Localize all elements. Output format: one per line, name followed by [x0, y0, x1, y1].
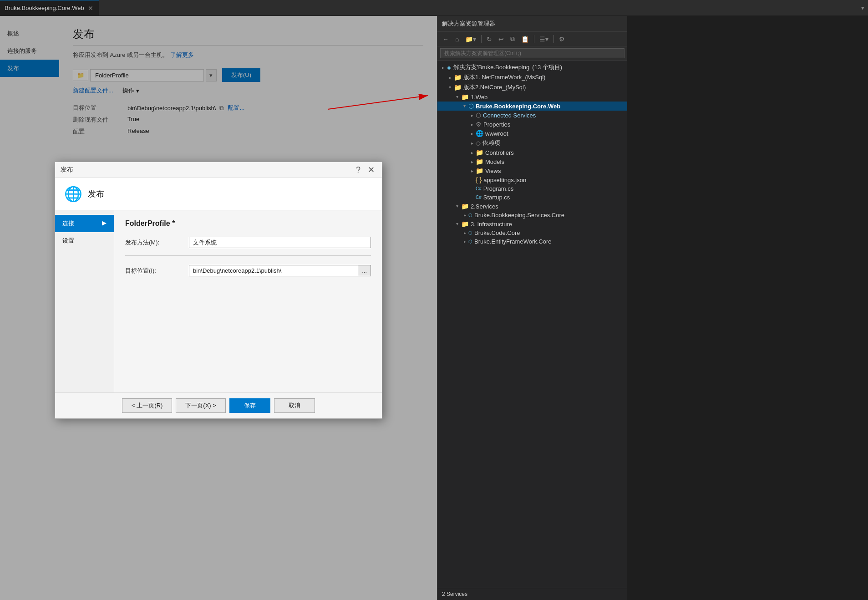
dialog-help-button[interactable]: ?: [354, 166, 362, 174]
www-icon: 🌐: [476, 130, 483, 137]
svc-arrow: ▸: [461, 213, 468, 218]
browse-button[interactable]: ...: [358, 265, 371, 276]
solution-arrow: ▸: [439, 65, 447, 70]
www-arrow: ▸: [468, 131, 476, 136]
tree-item-deps[interactable]: ▸ ◇ 依赖项: [437, 138, 627, 148]
tab-close-icon[interactable]: ✕: [87, 4, 94, 13]
form-divider: [125, 255, 371, 256]
toolbar-separator-1: [481, 35, 482, 43]
connected-icon: ⬡: [476, 112, 481, 119]
dialog-controls: ? ✕: [354, 166, 376, 174]
web-label: 1.Web: [471, 94, 487, 101]
next-button[interactable]: 下一页(X) >: [176, 398, 226, 413]
toolbar-settings-btn[interactable]: ⚙: [557, 34, 567, 44]
solution-toolbar: ← ⌂ 📁▾ ↻ ↩ ⧉ 📋 ☰▾ ⚙: [437, 32, 627, 46]
toolbar-undo-btn[interactable]: ↩: [496, 34, 506, 44]
core-web-label: Bruke.Bookkeeping.Core.Web: [476, 103, 560, 110]
tree-item-properties[interactable]: ▸ ⚙ Properties: [437, 120, 627, 129]
tree-item-models[interactable]: ▸ 📁 Models: [437, 157, 627, 166]
v2-icon: 📁: [454, 84, 462, 91]
v2-label: 版本2.NetCore_(MySql): [463, 83, 526, 92]
toolbar-back-btn[interactable]: ←: [440, 34, 451, 44]
views-icon: 📁: [476, 167, 483, 174]
active-tab[interactable]: Bruke.Bookkeeping.Core.Web ✕: [0, 0, 99, 16]
infra-arrow: ▸: [455, 220, 460, 228]
srv-folder-icon: 📁: [461, 203, 469, 210]
ctrl-icon: 📁: [476, 149, 483, 156]
target-input[interactable]: [189, 265, 358, 276]
cs-arrow: ▸: [468, 113, 476, 118]
dialog-nav-settings[interactable]: 设置: [55, 232, 114, 249]
tree-item-1web[interactable]: ▸ 📁 1.Web: [437, 92, 627, 102]
tree-item-version1[interactable]: ▸ 📁 版本1. NetFrameWork_(MsSql): [437, 72, 627, 82]
json-label: appsettings.json: [483, 177, 526, 183]
tree-item-services-core[interactable]: ▸ ⬡ Bruke.Bookkeeping.Services.Core: [437, 211, 627, 219]
web-folder-icon: 📁: [461, 93, 469, 101]
solution-search: [437, 46, 627, 61]
tree-item-wwwroot[interactable]: ▸ 🌐 wwwroot: [437, 129, 627, 138]
model-label: Models: [485, 158, 504, 165]
v1-icon: 📁: [454, 74, 462, 81]
toolbar-folder-btn[interactable]: 📁▾: [463, 34, 478, 44]
publish-dialog: 发布 ? ✕ 🌐 发布: [55, 162, 382, 419]
prop-icon: ⚙: [476, 121, 482, 128]
dialog-titlebar: 发布 ? ✕: [55, 162, 382, 178]
tree-item-solution[interactable]: ▸ ◈ 解决方案'Bruke.Bookkeeping' (13 个项目): [437, 62, 627, 72]
prog-icon: C#: [476, 186, 482, 191]
views-label: Views: [485, 168, 501, 174]
startup-icon: C#: [476, 195, 482, 200]
ctrl-arrow: ▸: [468, 150, 476, 155]
solution-explorer-header: 解决方案资源管理器: [437, 16, 627, 32]
views-arrow: ▸: [468, 168, 476, 173]
tree-item-ef-core[interactable]: ▸ ⬡ Bruke.EntityFrameWork.Core: [437, 237, 627, 246]
tree-item-code-core[interactable]: ▸ ⬡ Bruke.Code.Core: [437, 229, 627, 237]
core-web-icon: ⬡: [468, 102, 474, 110]
dialog-header-title: 发布: [88, 188, 104, 199]
www-label: wwwroot: [485, 130, 508, 137]
tree-item-core-web[interactable]: ▸ ⬡ Bruke.Bookkeeping.Core.Web: [437, 102, 627, 111]
tree-item-2services[interactable]: ▸ 📁 2.Services: [437, 202, 627, 211]
toolbar-home-btn[interactable]: ⌂: [453, 34, 461, 44]
dialog-header: 🌐 发布: [55, 178, 382, 210]
dialog-section-title: FolderProfile *: [125, 219, 371, 228]
ef-label: Bruke.EntityFrameWork.Core: [474, 238, 552, 245]
dep-arrow: ▸: [468, 141, 476, 146]
cancel-button[interactable]: 取消: [274, 398, 315, 413]
startup-label: Startup.cs: [483, 194, 510, 201]
target-label: 目标位置(I):: [125, 267, 189, 275]
toolbar-copy-btn[interactable]: ⧉: [508, 34, 517, 44]
toolbar-paste-btn[interactable]: 📋: [519, 34, 531, 44]
toolbar-view-btn[interactable]: ☰▾: [537, 34, 551, 44]
prop-arrow: ▸: [468, 122, 476, 127]
tree-item-startup[interactable]: ▸ C# Startup.cs: [437, 193, 627, 202]
tree-item-program[interactable]: ▸ C# Program.cs: [437, 184, 627, 193]
dialog-close-button[interactable]: ✕: [366, 166, 376, 174]
code-label: Bruke.Code.Core: [474, 229, 520, 236]
srv-arrow: ▸: [455, 203, 460, 210]
form-row-method: 发布方法(M): 文件系统: [125, 237, 371, 248]
form-row-target: 目标位置(I): ...: [125, 265, 371, 276]
v1-label: 版本1. NetFrameWork_(MsSql): [463, 73, 545, 81]
tree-item-appsettings[interactable]: ▸ { } appsettings.json: [437, 175, 627, 184]
tree-item-connected-services[interactable]: ▸ ⬡ Connected Services: [437, 111, 627, 120]
tab-dropdown-icon[interactable]: ▾: [858, 5, 868, 11]
tree-item-version2[interactable]: ▸ 📁 版本2.NetCore_(MySql): [437, 82, 627, 92]
search-input[interactable]: [440, 48, 624, 58]
svc-label: Bruke.Bookkeeping.Services.Core: [474, 212, 564, 219]
dialog-body: 连接 ▶ 设置 FolderProfile *: [55, 210, 382, 392]
solution-icon: ◈: [447, 64, 452, 71]
infra-icon: 📁: [461, 220, 469, 228]
tree-item-controllers[interactable]: ▸ 📁 Controllers: [437, 148, 627, 157]
tree-item-infra[interactable]: ▸ 📁 3. Infrastructure: [437, 219, 627, 229]
prev-button[interactable]: < 上一页(R): [122, 398, 172, 413]
save-button[interactable]: 保存: [229, 398, 270, 413]
code-arrow: ▸: [461, 230, 468, 235]
web-arrow: ▸: [455, 93, 460, 101]
srv-label: 2.Services: [471, 203, 498, 210]
tab-bar: Bruke.Bookkeeping.Core.Web ✕ ▾: [0, 0, 868, 16]
dialog-nav-connect[interactable]: 连接 ▶: [55, 215, 114, 232]
method-select[interactable]: 文件系统: [189, 237, 371, 248]
v1-arrow: ▸: [447, 75, 454, 80]
tree-item-views[interactable]: ▸ 📁 Views: [437, 166, 627, 175]
toolbar-refresh-btn[interactable]: ↻: [484, 34, 494, 44]
